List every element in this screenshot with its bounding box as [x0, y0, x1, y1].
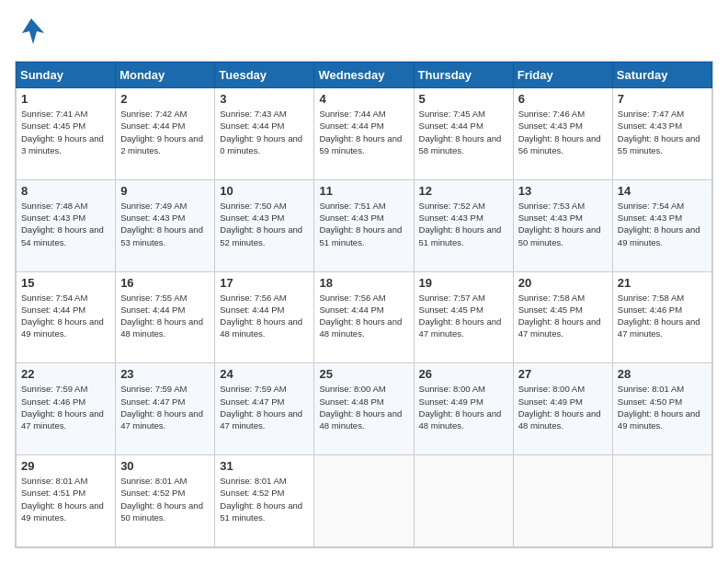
- day-number: 2: [120, 92, 210, 106]
- calendar-cell: 18Sunrise: 7:56 AMSunset: 4:44 PMDayligh…: [314, 271, 414, 363]
- day-number: 11: [319, 184, 408, 198]
- calendar-header: Sunday Monday Tuesday Wednesday Thursday…: [17, 63, 712, 88]
- day-number: 31: [220, 459, 309, 473]
- calendar-cell: 6Sunrise: 7:46 AMSunset: 4:43 PMDaylight…: [513, 88, 612, 180]
- day-info: Sunrise: 8:00 AMSunset: 4:49 PMDaylight:…: [518, 383, 608, 431]
- day-number: 6: [518, 92, 608, 106]
- day-info: Sunrise: 7:43 AMSunset: 4:44 PMDaylight:…: [220, 108, 309, 156]
- calendar-cell: 26Sunrise: 8:00 AMSunset: 4:49 PMDayligh…: [414, 363, 513, 455]
- day-info: Sunrise: 7:51 AMSunset: 4:43 PMDaylight:…: [319, 200, 408, 248]
- day-info: Sunrise: 7:59 AMSunset: 4:47 PMDaylight:…: [220, 383, 309, 431]
- calendar-cell: 11Sunrise: 7:51 AMSunset: 4:43 PMDayligh…: [314, 179, 414, 271]
- calendar-cell: 15Sunrise: 7:54 AMSunset: 4:44 PMDayligh…: [17, 271, 116, 363]
- day-info: Sunrise: 7:53 AMSunset: 4:43 PMDaylight:…: [518, 200, 608, 248]
- calendar-cell: [513, 455, 612, 547]
- calendar-cell: 5Sunrise: 7:45 AMSunset: 4:44 PMDaylight…: [414, 88, 513, 180]
- calendar-cell: 29Sunrise: 8:01 AMSunset: 4:51 PMDayligh…: [17, 455, 116, 547]
- calendar-cell: 24Sunrise: 7:59 AMSunset: 4:47 PMDayligh…: [215, 363, 314, 455]
- calendar-cell: [314, 455, 414, 547]
- day-number: 19: [419, 276, 508, 290]
- day-info: Sunrise: 7:48 AMSunset: 4:43 PMDaylight:…: [21, 200, 110, 248]
- day-info: Sunrise: 7:41 AMSunset: 4:45 PMDaylight:…: [21, 108, 110, 156]
- day-number: 10: [220, 184, 309, 198]
- calendar-cell: 2Sunrise: 7:42 AMSunset: 4:44 PMDaylight…: [116, 88, 215, 180]
- day-number: 7: [618, 92, 707, 106]
- day-info: Sunrise: 7:44 AMSunset: 4:44 PMDaylight:…: [319, 108, 408, 156]
- day-number: 8: [21, 184, 110, 198]
- day-number: 23: [120, 367, 210, 381]
- calendar-cell: 22Sunrise: 7:59 AMSunset: 4:46 PMDayligh…: [17, 363, 116, 455]
- day-number: 3: [220, 92, 309, 106]
- day-info: Sunrise: 8:00 AMSunset: 4:49 PMDaylight:…: [419, 383, 508, 431]
- calendar-cell: 7Sunrise: 7:47 AMSunset: 4:43 PMDaylight…: [612, 88, 711, 180]
- calendar-cell: 14Sunrise: 7:54 AMSunset: 4:43 PMDayligh…: [612, 179, 711, 271]
- calendar-cell: 4Sunrise: 7:44 AMSunset: 4:44 PMDaylight…: [314, 88, 414, 180]
- day-number: 9: [120, 184, 210, 198]
- calendar-cell: 17Sunrise: 7:56 AMSunset: 4:44 PMDayligh…: [215, 271, 314, 363]
- col-tuesday: Tuesday: [215, 63, 314, 88]
- calendar-cell: 30Sunrise: 8:01 AMSunset: 4:52 PMDayligh…: [116, 455, 215, 547]
- col-monday: Monday: [116, 63, 215, 88]
- calendar-cell: 9Sunrise: 7:49 AMSunset: 4:43 PMDaylight…: [116, 179, 215, 271]
- day-number: 14: [618, 184, 707, 198]
- day-info: Sunrise: 7:52 AMSunset: 4:43 PMDaylight:…: [419, 200, 508, 248]
- day-number: 29: [21, 459, 110, 473]
- day-info: Sunrise: 7:59 AMSunset: 4:47 PMDaylight:…: [120, 383, 210, 431]
- day-info: Sunrise: 7:49 AMSunset: 4:43 PMDaylight:…: [120, 200, 210, 248]
- day-number: 24: [220, 367, 309, 381]
- day-number: 22: [21, 367, 110, 381]
- day-info: Sunrise: 7:58 AMSunset: 4:45 PMDaylight:…: [518, 292, 608, 340]
- day-number: 13: [518, 184, 608, 198]
- col-thursday: Thursday: [414, 63, 513, 88]
- logo-icon: [15, 15, 48, 52]
- day-info: Sunrise: 7:54 AMSunset: 4:43 PMDaylight:…: [618, 200, 707, 248]
- day-info: Sunrise: 8:01 AMSunset: 4:52 PMDaylight:…: [220, 475, 309, 523]
- calendar-cell: 10Sunrise: 7:50 AMSunset: 4:43 PMDayligh…: [215, 179, 314, 271]
- calendar-cell: 19Sunrise: 7:57 AMSunset: 4:45 PMDayligh…: [414, 271, 513, 363]
- calendar-cell: 13Sunrise: 7:53 AMSunset: 4:43 PMDayligh…: [513, 179, 612, 271]
- day-number: 12: [419, 184, 508, 198]
- day-info: Sunrise: 8:01 AMSunset: 4:52 PMDaylight:…: [120, 475, 210, 523]
- calendar-week-4: 22Sunrise: 7:59 AMSunset: 4:46 PMDayligh…: [17, 363, 712, 455]
- day-info: Sunrise: 7:45 AMSunset: 4:44 PMDaylight:…: [419, 108, 508, 156]
- day-info: Sunrise: 7:58 AMSunset: 4:46 PMDaylight:…: [618, 292, 707, 340]
- col-wednesday: Wednesday: [314, 63, 414, 88]
- day-info: Sunrise: 7:46 AMSunset: 4:43 PMDaylight:…: [518, 108, 608, 156]
- calendar-cell: 3Sunrise: 7:43 AMSunset: 4:44 PMDaylight…: [215, 88, 314, 180]
- calendar-body: 1Sunrise: 7:41 AMSunset: 4:45 PMDaylight…: [17, 88, 712, 547]
- day-number: 16: [120, 276, 210, 290]
- day-info: Sunrise: 8:01 AMSunset: 4:51 PMDaylight:…: [21, 475, 110, 523]
- calendar-cell: 31Sunrise: 8:01 AMSunset: 4:52 PMDayligh…: [215, 455, 314, 547]
- calendar-week-1: 1Sunrise: 7:41 AMSunset: 4:45 PMDaylight…: [17, 88, 712, 180]
- day-number: 1: [21, 92, 110, 106]
- page-container: Sunday Monday Tuesday Wednesday Thursday…: [0, 0, 728, 563]
- day-info: Sunrise: 7:56 AMSunset: 4:44 PMDaylight:…: [220, 292, 309, 340]
- calendar-cell: 8Sunrise: 7:48 AMSunset: 4:43 PMDaylight…: [17, 179, 116, 271]
- day-info: Sunrise: 8:01 AMSunset: 4:50 PMDaylight:…: [618, 383, 707, 431]
- col-saturday: Saturday: [612, 63, 711, 88]
- calendar-cell: 28Sunrise: 8:01 AMSunset: 4:50 PMDayligh…: [612, 363, 711, 455]
- col-friday: Friday: [513, 63, 612, 88]
- calendar-cell: 25Sunrise: 8:00 AMSunset: 4:48 PMDayligh…: [314, 363, 414, 455]
- day-info: Sunrise: 7:42 AMSunset: 4:44 PMDaylight:…: [120, 108, 210, 156]
- calendar-cell: 27Sunrise: 8:00 AMSunset: 4:49 PMDayligh…: [513, 363, 612, 455]
- header: [15, 15, 713, 52]
- day-info: Sunrise: 7:50 AMSunset: 4:43 PMDaylight:…: [220, 200, 309, 248]
- calendar-cell: 12Sunrise: 7:52 AMSunset: 4:43 PMDayligh…: [414, 179, 513, 271]
- day-number: 25: [319, 367, 408, 381]
- day-number: 21: [618, 276, 707, 290]
- day-number: 18: [319, 276, 408, 290]
- calendar-cell: 1Sunrise: 7:41 AMSunset: 4:45 PMDaylight…: [17, 88, 116, 180]
- day-number: 20: [518, 276, 608, 290]
- calendar-cell: 21Sunrise: 7:58 AMSunset: 4:46 PMDayligh…: [612, 271, 711, 363]
- day-info: Sunrise: 8:00 AMSunset: 4:48 PMDaylight:…: [319, 383, 408, 431]
- day-number: 26: [419, 367, 508, 381]
- calendar: Sunday Monday Tuesday Wednesday Thursday…: [15, 61, 713, 548]
- day-number: 15: [21, 276, 110, 290]
- day-info: Sunrise: 7:54 AMSunset: 4:44 PMDaylight:…: [21, 292, 110, 340]
- calendar-cell: 20Sunrise: 7:58 AMSunset: 4:45 PMDayligh…: [513, 271, 612, 363]
- svg-marker-0: [22, 18, 44, 44]
- day-info: Sunrise: 7:57 AMSunset: 4:45 PMDaylight:…: [419, 292, 508, 340]
- calendar-week-5: 29Sunrise: 8:01 AMSunset: 4:51 PMDayligh…: [17, 455, 712, 547]
- day-info: Sunrise: 7:55 AMSunset: 4:44 PMDaylight:…: [120, 292, 210, 340]
